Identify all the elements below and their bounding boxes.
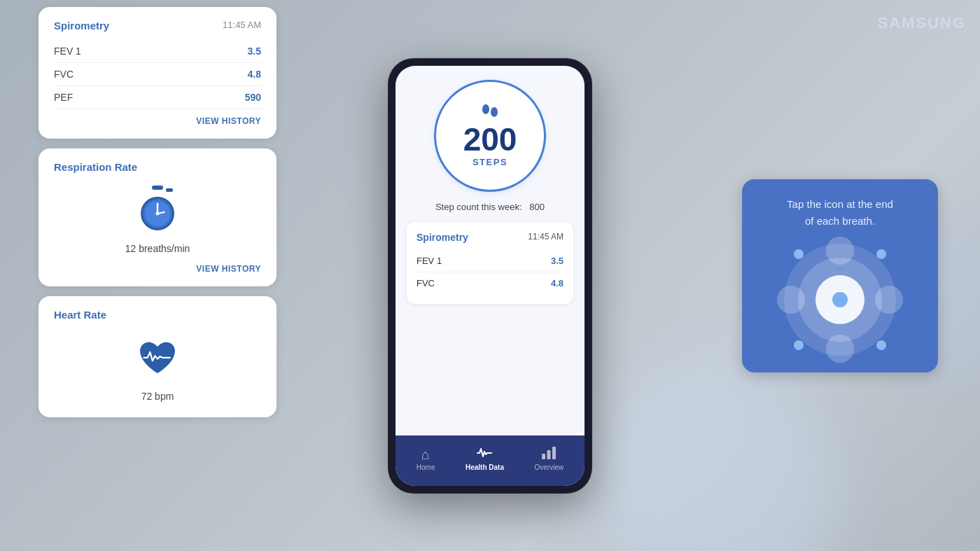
breath-center-dot	[832, 292, 848, 307]
breath-visual[interactable]	[784, 244, 896, 356]
table-row: FVC 4.8	[54, 63, 261, 86]
corner-dot-br	[876, 340, 886, 350]
left-cards: Spirometry 11:45 AM FEV 1 3.5 FVC 4.8 PE…	[38, 7, 276, 417]
phone-bottom-nav: ⌂ Home Health Data	[396, 435, 584, 486]
svg-point-7	[156, 212, 160, 216]
spirometry-view-history-button[interactable]: VIEW HISTORY	[54, 116, 261, 126]
svg-rect-10	[542, 454, 545, 459]
spirometry-card-title: Spirometry 11:45 AM	[54, 20, 261, 32]
breath-petal-top	[826, 237, 854, 265]
weekly-step-count: Step count this week: 800	[435, 202, 545, 212]
phone-spirometry-time: 11:45 AM	[528, 232, 564, 242]
pef-label: PEF	[54, 92, 73, 103]
breath-mid-ring	[798, 258, 882, 342]
heart-rate-value: 72 bpm	[141, 391, 174, 402]
breath-petal-right	[875, 286, 903, 314]
phone-fev1-value: 3.5	[551, 256, 564, 266]
breath-instruction-text: Tap the icon at the end of each breath.	[759, 196, 921, 230]
corner-dot-tr	[876, 249, 886, 259]
spirometry-card: Spirometry 11:45 AM FEV 1 3.5 FVC 4.8 PE…	[38, 7, 276, 139]
respiration-icon-area: 12 breaths/min	[54, 181, 261, 257]
steps-label: STEPS	[472, 157, 507, 167]
breath-petal-bottom	[826, 335, 854, 363]
phone-content: 200 STEPS Step count this week: 800 Spir…	[396, 66, 584, 435]
home-icon: ⌂	[421, 447, 430, 461]
table-row: FEV 1 3.5	[54, 40, 261, 63]
pef-value: 590	[245, 92, 261, 103]
nav-overview-label: Overview	[535, 463, 564, 471]
weekly-value: 800	[529, 202, 545, 212]
table-row: FVC 4.8	[416, 272, 564, 294]
fev1-label: FEV 1	[54, 46, 81, 57]
phone-mockup: 200 STEPS Step count this week: 800 Spir…	[388, 59, 592, 493]
brand-sub: DIGITAL HEALTH LAB	[869, 32, 966, 41]
phone-screen: 200 STEPS Step count this week: 800 Spir…	[396, 66, 584, 486]
nav-overview[interactable]: Overview	[535, 447, 564, 471]
svg-rect-11	[547, 450, 551, 459]
table-row: FEV 1 3.5	[416, 250, 564, 272]
brand-name: SAMSUNG	[869, 14, 966, 32]
stopwatch-icon	[135, 187, 180, 232]
respiration-rate-card: Respiration Rate	[38, 148, 276, 286]
steps-count: 200	[463, 123, 517, 155]
spirometry-card-time: 11:45 AM	[223, 20, 261, 30]
nav-home-label: Home	[416, 463, 435, 471]
heart-rate-icon-area: 72 bpm	[54, 329, 261, 405]
fev1-value: 3.5	[248, 46, 261, 57]
respiration-value: 12 breaths/min	[125, 243, 190, 254]
heart-rate-icon	[135, 335, 180, 379]
heart-rate-card: Heart Rate 72 bpm	[38, 296, 276, 417]
phone-fvc-value: 4.8	[551, 278, 564, 288]
footsteps-icon	[480, 104, 500, 120]
breath-instruction-card: Tap the icon at the end of each breath.	[742, 179, 938, 372]
breath-inner-circle	[816, 275, 864, 324]
weekly-label: Step count this week:	[435, 202, 522, 212]
fvc-value: 4.8	[248, 69, 261, 80]
samsung-logo: SAMSUNG DIGITAL HEALTH LAB	[869, 14, 966, 41]
right-panel: Tap the icon at the end of each breath.	[742, 179, 938, 372]
nav-home[interactable]: ⌂ Home	[416, 447, 435, 471]
phone-spirometry-card: Spirometry 11:45 AM FEV 1 3.5 FVC 4.8	[407, 222, 573, 304]
breath-petal-left	[777, 286, 805, 314]
table-row: PEF 590	[54, 86, 261, 109]
phone-body: 200 STEPS Step count this week: 800 Spir…	[388, 59, 592, 493]
svg-rect-0	[152, 186, 163, 190]
fvc-label: FVC	[54, 69, 74, 80]
corner-dot-bl	[794, 340, 804, 350]
phone-fvc-label: FVC	[416, 278, 435, 288]
respiration-view-history-button[interactable]: VIEW HISTORY	[54, 264, 261, 274]
svg-rect-12	[552, 447, 556, 459]
nav-health-data[interactable]: Health Data	[465, 447, 504, 471]
heart-rate-card-title: Heart Rate	[54, 309, 261, 321]
health-data-icon	[477, 447, 492, 461]
respiration-card-title: Respiration Rate	[54, 161, 261, 173]
corner-dot-tl	[794, 249, 804, 259]
steps-circle: 200 STEPS	[434, 80, 546, 192]
nav-health-data-label: Health Data	[465, 463, 504, 471]
phone-spirometry-title: Spirometry 11:45 AM	[416, 232, 564, 243]
phone-fev1-label: FEV 1	[416, 256, 442, 266]
svg-point-8	[482, 104, 489, 114]
overview-icon	[542, 447, 556, 461]
svg-point-9	[491, 107, 498, 117]
svg-rect-1	[166, 188, 173, 192]
